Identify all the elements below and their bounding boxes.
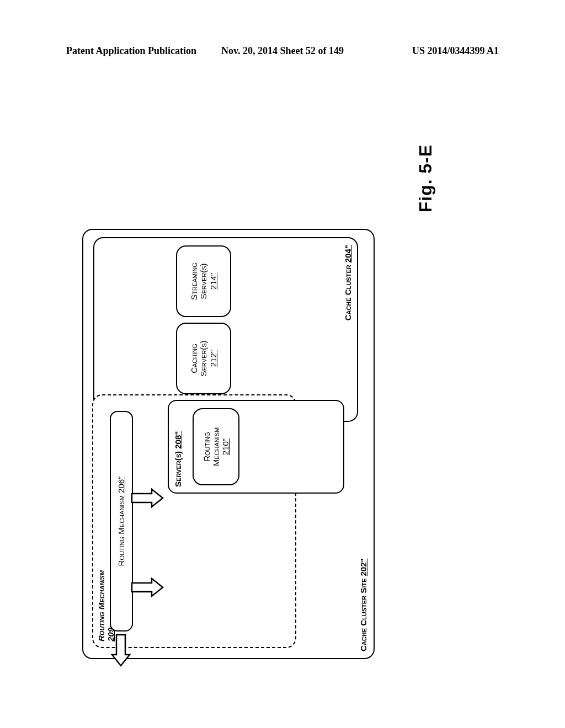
caching-servers-box: Caching Server(s) 212" <box>176 323 231 394</box>
header-right: US 2014/0344399 A1 <box>412 45 499 57</box>
arrow-down-icon <box>131 575 164 599</box>
routing-mechanism-inner-label: Routing Mechanism 210" <box>202 427 231 467</box>
cache-cluster-site-label: Cache Cluster Site 202" <box>359 558 368 651</box>
streaming-servers-label: Streaming Server(s) 214" <box>189 263 218 300</box>
arrow-out-icon <box>109 634 133 667</box>
servers-label: Server(s) 208" <box>173 431 183 487</box>
svg-marker-1 <box>132 579 163 596</box>
diagram: Cache Cluster Site 202" Cache Cluster 20… <box>82 229 375 659</box>
figure-title: Fig. 5-E <box>416 144 436 213</box>
caching-servers-label: Caching Server(s) 212" <box>189 340 218 376</box>
page-header: Patent Application Publication Nov. 20, … <box>0 45 565 57</box>
page: Patent Application Publication Nov. 20, … <box>0 0 565 728</box>
routing-mechanism-inner-box: Routing Mechanism 210" <box>193 408 239 485</box>
routing-mechanism-main-label: Routing Mechanism 206" <box>116 477 126 566</box>
arrow-to-servers-icon <box>131 486 164 510</box>
svg-marker-0 <box>112 635 130 666</box>
header-left: Patent Application Publication <box>66 45 196 57</box>
routing-mechanism-main-box: Routing Mechanism 206" <box>110 411 133 631</box>
cache-cluster-label: Cache Cluster 204" <box>343 245 353 320</box>
header-center: Nov. 20, 2014 Sheet 52 of 149 <box>221 45 344 57</box>
svg-marker-2 <box>132 489 163 507</box>
streaming-servers-box: Streaming Server(s) 214" <box>176 245 231 317</box>
